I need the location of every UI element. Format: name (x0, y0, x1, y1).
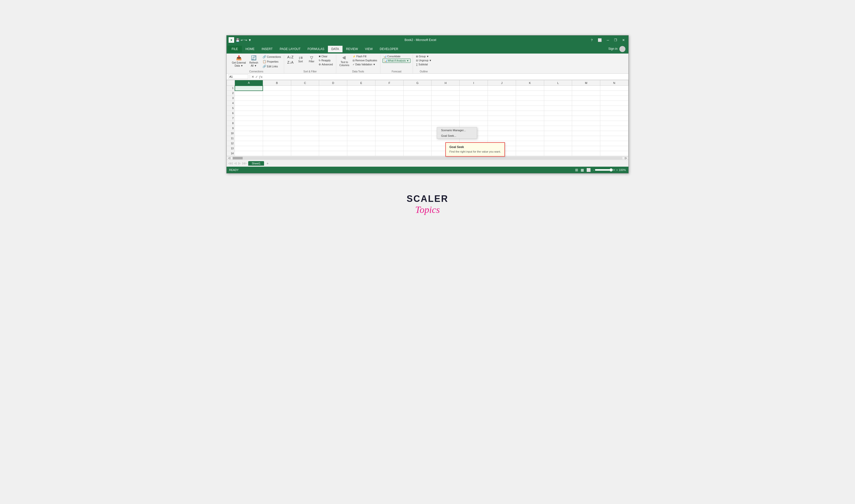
tab-data[interactable]: DATA (328, 46, 342, 52)
normal-view-icon[interactable]: ⊞ (575, 168, 578, 172)
cell-M11[interactable] (572, 136, 600, 141)
col-header-H[interactable]: H (431, 80, 460, 86)
cell-K1[interactable] (516, 86, 544, 91)
cell-F3[interactable] (375, 96, 403, 101)
col-header-K[interactable]: K (516, 80, 544, 86)
tab-page-layout[interactable]: PAGE LAYOUT (276, 46, 304, 52)
cell-D12[interactable] (319, 141, 347, 146)
get-external-data-button[interactable]: 📥 Get External Data ▼ (231, 55, 247, 68)
cell-I2[interactable] (460, 91, 488, 96)
formula-input[interactable] (264, 75, 627, 79)
cell-M7[interactable] (572, 116, 600, 121)
tab-developer[interactable]: DEVELOPER (376, 46, 402, 52)
cell-D5[interactable] (319, 106, 347, 111)
cell-B2[interactable] (263, 91, 291, 96)
cell-A9[interactable] (235, 126, 263, 131)
horizontal-scrollbar[interactable]: ◁ ▷ (227, 156, 628, 160)
cell-E11[interactable] (347, 136, 375, 141)
cell-J8[interactable] (488, 121, 516, 126)
cell-E5[interactable] (347, 106, 375, 111)
text-to-columns-button[interactable]: ⫷ Text to Columns (338, 55, 351, 68)
cell-I8[interactable] (460, 121, 488, 126)
cell-A14[interactable] (235, 151, 263, 156)
cell-D11[interactable] (319, 136, 347, 141)
col-header-A[interactable]: A (235, 80, 263, 86)
zoom-out-button[interactable]: - (593, 168, 594, 172)
cell-M12[interactable] (572, 141, 600, 146)
cell-M14[interactable] (572, 151, 600, 156)
cell-D13[interactable] (319, 146, 347, 151)
quick-access-more-icon[interactable]: ▼ (248, 38, 251, 42)
cell-B1[interactable] (263, 86, 291, 91)
cell-K10[interactable] (516, 131, 544, 136)
restore-button[interactable]: ❐ (612, 38, 619, 42)
remove-duplicates-button[interactable]: ⊟ Remove Duplicates (352, 58, 378, 62)
cell-J7[interactable] (488, 116, 516, 121)
cell-B12[interactable] (263, 141, 291, 146)
cell-N10[interactable] (600, 131, 628, 136)
cell-I1[interactable] (460, 86, 488, 91)
group-button[interactable]: ⊞ Group ▼ (415, 55, 432, 58)
connections-button[interactable]: 🔗 Connections (262, 55, 282, 59)
cell-L3[interactable] (544, 96, 572, 101)
cell-J5[interactable] (488, 106, 516, 111)
redo-icon[interactable]: ↪ (245, 38, 247, 42)
cell-E1[interactable] (347, 86, 375, 91)
refresh-all-button[interactable]: 🔄 Refresh All ▼ (248, 55, 260, 68)
ungroup-button[interactable]: ⊟ Ungroup ▼ (415, 58, 432, 62)
undo-icon[interactable]: ↩ (241, 38, 244, 42)
cell-L4[interactable] (544, 101, 572, 106)
cell-D1[interactable] (319, 86, 347, 91)
cell-H5[interactable] (431, 106, 460, 111)
cell-F8[interactable] (375, 121, 403, 126)
cell-J2[interactable] (488, 91, 516, 96)
sheet-nav-first[interactable]: ◁◁ (228, 161, 233, 165)
cell-C10[interactable] (291, 131, 319, 136)
col-header-M[interactable]: M (572, 80, 600, 86)
cell-I7[interactable] (460, 116, 488, 121)
cell-F11[interactable] (375, 136, 403, 141)
cell-A2[interactable] (235, 91, 263, 96)
cancel-formula-icon[interactable]: ✕ (251, 75, 254, 79)
cell-E4[interactable] (347, 101, 375, 106)
cell-J3[interactable] (488, 96, 516, 101)
cell-G6[interactable] (403, 111, 431, 116)
col-header-N[interactable]: N (600, 80, 628, 86)
name-box[interactable] (228, 74, 248, 79)
cell-B6[interactable] (263, 111, 291, 116)
minimize-button[interactable]: ─ (605, 38, 610, 42)
filter-button[interactable]: ▽ Filter (306, 55, 317, 64)
col-header-G[interactable]: G (403, 80, 431, 86)
cell-N13[interactable] (600, 146, 628, 151)
cell-G7[interactable] (403, 116, 431, 121)
cell-D3[interactable] (319, 96, 347, 101)
cell-F9[interactable] (375, 126, 403, 131)
cell-E2[interactable] (347, 91, 375, 96)
cell-E14[interactable] (347, 151, 375, 156)
cell-B11[interactable] (263, 136, 291, 141)
cell-H8[interactable] (431, 121, 460, 126)
cell-C12[interactable] (291, 141, 319, 146)
sheet-tab-sheet1[interactable]: Sheet1 (248, 161, 264, 166)
cell-N11[interactable] (600, 136, 628, 141)
fullscreen-button[interactable]: ⬜ (596, 38, 603, 42)
cell-A5[interactable] (235, 106, 263, 111)
cell-J6[interactable] (488, 111, 516, 116)
cell-A13[interactable] (235, 146, 263, 151)
cell-G3[interactable] (403, 96, 431, 101)
cell-B4[interactable] (263, 101, 291, 106)
cell-L9[interactable] (544, 126, 572, 131)
cell-A11[interactable] (235, 136, 263, 141)
tab-view[interactable]: VIEW (361, 46, 376, 52)
cell-B8[interactable] (263, 121, 291, 126)
cell-L11[interactable] (544, 136, 572, 141)
col-header-D[interactable]: D (319, 80, 347, 86)
cell-N14[interactable] (600, 151, 628, 156)
cell-N3[interactable] (600, 96, 628, 101)
page-break-view-icon[interactable]: ⬜ (586, 168, 591, 172)
col-header-B[interactable]: B (263, 80, 291, 86)
sort-az-button[interactable]: A↓Z (286, 55, 295, 59)
cell-K4[interactable] (516, 101, 544, 106)
cell-E8[interactable] (347, 121, 375, 126)
cell-G10[interactable] (403, 131, 431, 136)
